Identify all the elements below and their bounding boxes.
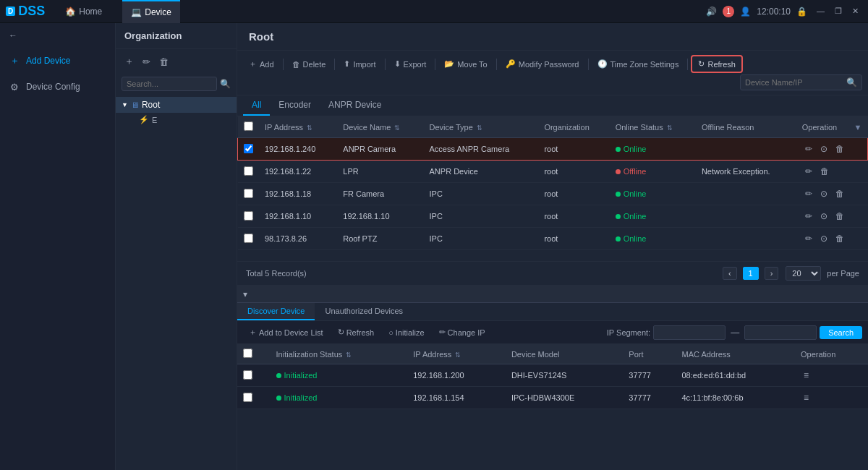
disc-row-checkbox[interactable] <box>243 370 252 380</box>
device-search-icon[interactable]: 🔍 <box>842 75 861 90</box>
config-button[interactable]: ⊙ <box>817 232 830 245</box>
tab-home[interactable]: 🏠 Home <box>56 0 111 23</box>
add-to-list-button[interactable]: ＋ Add to Device List <box>243 325 329 340</box>
row-delete-button[interactable]: 🗑 <box>833 210 847 223</box>
sidebar-back-button[interactable]: ← <box>0 23 115 48</box>
toolbar-sep-4 <box>435 59 435 70</box>
col-device-type: Device Type ⇅ <box>424 116 539 138</box>
export-button[interactable]: ⬇ Export <box>388 56 433 72</box>
row-checkbox[interactable] <box>244 144 253 153</box>
row-checkbox[interactable] <box>244 166 253 176</box>
prev-page-button[interactable]: ‹ <box>723 267 737 280</box>
org-search-input[interactable] <box>122 77 217 91</box>
org-add-button[interactable]: ＋ <box>122 54 137 69</box>
change-ip-button[interactable]: ✏ Change IP <box>433 325 491 339</box>
discover-refresh-button[interactable]: ↻ Refresh <box>332 325 380 339</box>
add-button[interactable]: ＋ Add <box>243 56 280 72</box>
disc-row-port: 37777 <box>623 364 676 387</box>
row-status: Online <box>610 205 696 228</box>
discover-collapse-button[interactable]: ▾ <box>243 289 247 299</box>
tab-device[interactable]: 💻 Device <box>122 0 180 23</box>
time-zone-button[interactable]: 🕐 Time Zone Settings <box>592 56 685 72</box>
sidebar-item-add-device[interactable]: ＋ Add Device <box>0 48 115 74</box>
row-delete-button[interactable]: 🗑 <box>833 187 847 200</box>
row-device-type: ANPR Device <box>424 161 539 183</box>
initialize-button[interactable]: ○ Initialize <box>383 326 430 339</box>
status-sort-icon[interactable]: ⇅ <box>667 124 673 132</box>
refresh-button[interactable]: ↻ Refresh <box>691 55 743 73</box>
edit-button[interactable]: ✏ <box>802 187 815 200</box>
disc-row-checkbox[interactable] <box>243 393 252 402</box>
per-page-select[interactable]: 20 50 100 <box>786 266 821 281</box>
device-search-input[interactable] <box>741 76 842 89</box>
notification-badge[interactable]: 1 <box>723 6 734 17</box>
maximize-button[interactable]: ❐ <box>831 5 846 17</box>
row-checkbox[interactable] <box>244 189 253 198</box>
discover-tab-unauthorized[interactable]: Unauthorized Devices <box>315 303 413 320</box>
sidebar-item-device-config[interactable]: ⚙ Device Config <box>0 74 115 100</box>
modify-password-label: Modify Password <box>519 60 579 69</box>
config-button[interactable]: ⊙ <box>817 142 830 155</box>
edit-button[interactable]: ✏ <box>802 142 815 155</box>
next-page-button[interactable]: › <box>765 267 779 280</box>
operation-filter-icon[interactable]: ▼ <box>854 123 862 132</box>
config-button[interactable]: ⊙ <box>817 210 830 223</box>
discover-tab-device[interactable]: Discover Device <box>237 303 315 320</box>
org-edit-button[interactable]: ✏ <box>140 55 153 69</box>
row-delete-button[interactable]: 🗑 <box>833 142 847 155</box>
row-operations: ✏ 🗑 <box>796 161 868 183</box>
tab-anpr-device[interactable]: ANPR Device <box>320 95 390 116</box>
type-sort-icon[interactable]: ⇅ <box>477 124 482 132</box>
col-organization: Organization <box>538 116 609 138</box>
ip-segment-start-input[interactable] <box>653 325 726 340</box>
disc-select-all-checkbox[interactable] <box>243 349 252 358</box>
modify-password-button[interactable]: 🔑 Modify Password <box>500 56 585 72</box>
edit-button[interactable]: ✏ <box>802 210 815 223</box>
disc-op-button[interactable]: ≡ <box>801 369 812 382</box>
tree-item-e[interactable]: ⚡ E <box>133 113 237 127</box>
topbar-left: D DSS 🏠 Home 💻 Device <box>6 0 180 23</box>
init-dot <box>276 373 281 378</box>
close-button[interactable]: ✕ <box>848 5 862 17</box>
disc-col-ip: IP Address ⇅ <box>407 344 506 364</box>
tab-all[interactable]: All <box>243 95 270 116</box>
row-checkbox[interactable] <box>244 234 253 243</box>
minimize-button[interactable]: — <box>813 5 828 17</box>
org-delete-button[interactable]: 🗑 <box>156 55 171 69</box>
org-search-icon[interactable]: 🔍 <box>220 79 231 89</box>
edit-button[interactable]: ✏ <box>802 165 815 178</box>
tree-e-icon: ⚡ <box>139 115 149 124</box>
row-checkbox[interactable] <box>244 211 253 221</box>
row-delete-button[interactable]: 🗑 <box>817 165 832 178</box>
config-button[interactable]: ⊙ <box>817 187 830 200</box>
page-1-button[interactable]: 1 <box>743 267 759 280</box>
ip-sort-icon[interactable]: ⇅ <box>307 124 312 132</box>
initialized-badge: Initialized <box>276 371 402 380</box>
ip-segment-end-input[interactable] <box>744 325 817 340</box>
topbar-right: 🔊 1 👤 12:00:10 🔒 — ❐ ✕ <box>706 5 862 17</box>
initialize-icon: ○ <box>388 328 393 337</box>
tab-encoder[interactable]: Encoder <box>270 95 320 116</box>
row-operations: ✏ ⊙ 🗑 <box>796 228 868 250</box>
move-to-button[interactable]: 📂 Move To <box>438 56 493 72</box>
user-icon: 👤 <box>740 7 751 17</box>
select-all-header <box>238 116 260 138</box>
select-all-checkbox[interactable] <box>244 121 253 131</box>
move-to-icon: 📂 <box>444 59 454 69</box>
ip-search-button[interactable]: Search <box>820 326 862 339</box>
name-sort-icon[interactable]: ⇅ <box>394 124 400 132</box>
toolbar-sep-1 <box>283 59 284 70</box>
tree-item-root[interactable]: ▼ 🖥 Root <box>116 97 237 113</box>
init-sort-icon[interactable]: ⇅ <box>346 351 352 359</box>
volume-icon: 🔊 <box>706 7 717 17</box>
row-delete-button[interactable]: 🗑 <box>833 232 847 245</box>
edit-button[interactable]: ✏ <box>802 232 815 245</box>
org-panel: Organization ＋ ✏ 🗑 🔍 ▼ 🖥 Root ⚡ E <box>116 23 237 470</box>
delete-button[interactable]: 🗑 Delete <box>286 57 332 72</box>
disc-op-button[interactable]: ≡ <box>801 391 812 404</box>
import-button[interactable]: ⬆ Import <box>338 56 381 72</box>
row-operations: ✏ ⊙ 🗑 <box>796 138 868 161</box>
disc-ip-sort-icon[interactable]: ⇅ <box>455 351 461 359</box>
row-org: root <box>538 183 609 205</box>
disc-row-init-status: Initialized <box>271 387 408 409</box>
